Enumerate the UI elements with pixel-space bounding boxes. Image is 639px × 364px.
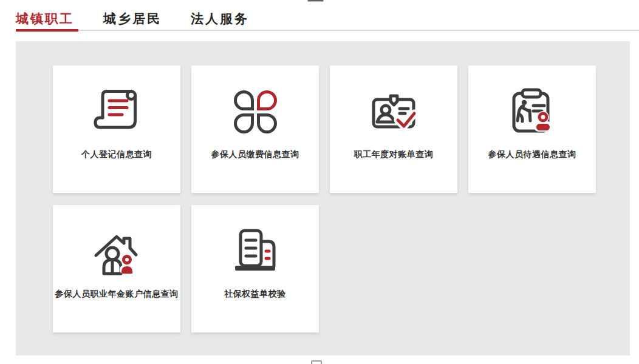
office-buildings-icon bbox=[227, 223, 283, 279]
petal-bottom-left bbox=[234, 113, 254, 133]
services-grid: 个人登记信息查询 参保人员缴费信息查询 bbox=[53, 66, 630, 332]
services-panel: 个人登记信息查询 参保人员缴费信息查询 bbox=[16, 41, 630, 356]
house-people-icon bbox=[89, 223, 145, 279]
tab-urban-employees[interactable]: 城镇职工 bbox=[16, 10, 74, 27]
card-label: 参保人员待遇信息查询 bbox=[488, 149, 576, 160]
active-tab-underline bbox=[16, 29, 78, 32]
category-tabbar: 城镇职工 城乡居民 法人服务 bbox=[16, 10, 249, 27]
card-label: 参保人员职业年金账户信息查询 bbox=[55, 289, 179, 300]
card-annual-statement-query[interactable]: 职工年度对账单查询 bbox=[330, 66, 457, 193]
petal-top-right bbox=[257, 90, 277, 110]
card-occupational-pension-query[interactable]: 参保人员职业年金账户信息查询 bbox=[53, 205, 180, 332]
tab-urban-rural-residents[interactable]: 城乡居民 bbox=[103, 10, 162, 27]
bottom-edge-partial-widget bbox=[311, 360, 322, 364]
id-badge-check-icon bbox=[366, 84, 422, 140]
petal-top-left bbox=[234, 90, 254, 110]
card-benefits-info-query[interactable]: 参保人员待遇信息查询 bbox=[468, 66, 596, 193]
card-rights-statement-verify[interactable]: 社保权益单校验 bbox=[191, 205, 319, 332]
scroll-document-icon bbox=[89, 84, 145, 140]
four-petals-icon bbox=[227, 84, 283, 140]
tab-legal-person-services[interactable]: 法人服务 bbox=[191, 10, 249, 27]
card-personal-registration-query[interactable]: 个人登记信息查询 bbox=[53, 66, 180, 193]
top-edge-partial-widget bbox=[307, 0, 324, 2]
petal-bottom-right bbox=[257, 113, 277, 133]
tabbar-divider bbox=[16, 30, 639, 31]
card-label: 职工年度对账单查询 bbox=[354, 149, 434, 160]
card-payment-info-query[interactable]: 参保人员缴费信息查询 bbox=[191, 66, 319, 193]
card-label: 个人登记信息查询 bbox=[81, 149, 152, 160]
card-label: 社保权益单校验 bbox=[224, 289, 286, 300]
clipboard-elderly-icon bbox=[504, 84, 560, 140]
card-label: 参保人员缴费信息查询 bbox=[211, 149, 299, 160]
